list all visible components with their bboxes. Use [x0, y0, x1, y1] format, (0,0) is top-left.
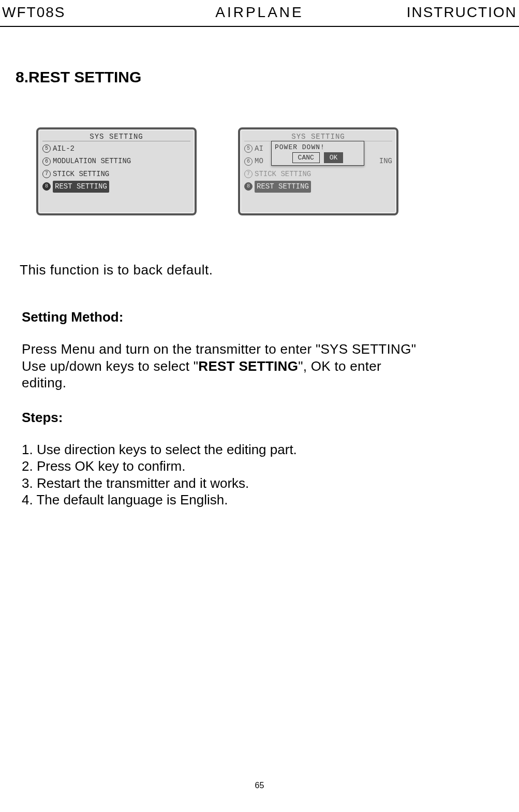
lcd-screenshots: SYS SETTING 5 AIL-2 6 MODULATION SETTING…: [36, 127, 519, 215]
steps-list: 1. Use direction keys to select the edit…: [22, 441, 519, 509]
cancel-button[interactable]: CANC: [292, 152, 320, 163]
lcd1-item-6: 6 MODULATION SETTING: [42, 155, 190, 167]
lcd2-title: SYS SETTING: [244, 133, 392, 141]
power-down-popup: POWER DOWN! CANC OK: [271, 141, 364, 166]
menu-label: STICK SETTING: [255, 168, 311, 180]
menu-number-icon: 6: [244, 157, 253, 166]
menu-number-icon: 5: [244, 144, 253, 153]
function-description: This function is to back default.: [20, 262, 519, 278]
method-text: ", OK to enter: [298, 358, 381, 374]
menu-number-icon: 8: [42, 182, 51, 191]
lcd1-item-5: 5 AIL-2: [42, 142, 190, 155]
step-item: 4. The default language is English.: [22, 491, 519, 509]
lcd2-item-7: 7 STICK SETTING: [244, 168, 392, 180]
popup-title: POWER DOWN!: [275, 143, 361, 151]
setting-method-body: Press Menu and turn on the transmitter t…: [22, 341, 519, 392]
popup-buttons: CANC OK: [275, 152, 361, 163]
method-text: Use up/down keys to select ": [22, 358, 198, 374]
method-line-1: Press Menu and turn on the transmitter t…: [22, 341, 519, 358]
method-bold: REST SETTING: [198, 358, 298, 374]
lcd-screen-2: SYS SETTING 5 AI 6 MO ING 7 STICK SETTIN…: [238, 127, 398, 215]
header-category: AIRPLANE: [215, 4, 304, 21]
step-item: 1. Use direction keys to select the edit…: [22, 441, 519, 458]
lcd1-item-7: 7 STICK SETTING: [42, 168, 190, 180]
method-line-2: Use up/down keys to select "REST SETTING…: [22, 358, 519, 375]
menu-number-icon: 8: [244, 182, 253, 191]
method-line-3: editing.: [22, 374, 519, 392]
menu-number-icon: 5: [42, 144, 51, 153]
menu-number-icon: 6: [42, 157, 51, 166]
menu-label: AIL-2: [53, 143, 75, 154]
menu-label: MO: [255, 155, 263, 167]
lcd1-item-8: 8 REST SETTING: [42, 180, 190, 193]
step-item: 3. Restart the transmitter and it works.: [22, 475, 519, 492]
lcd2-item-8: 8 REST SETTING: [244, 180, 392, 193]
section-title: 8.REST SETTING: [16, 68, 519, 86]
step-item: 2. Press OK key to confirm.: [22, 458, 519, 475]
menu-label-selected: REST SETTING: [255, 181, 311, 192]
menu-label: STICK SETTING: [53, 168, 109, 180]
menu-label: AI: [255, 143, 263, 154]
menu-label-selected: REST SETTING: [53, 181, 109, 192]
menu-label-tail: ING: [379, 155, 392, 167]
ok-button[interactable]: OK: [324, 152, 344, 163]
setting-method-title: Setting Method:: [22, 309, 519, 325]
lcd1-menu: 5 AIL-2 6 MODULATION SETTING 7 STICK SET…: [42, 142, 190, 193]
menu-number-icon: 7: [244, 170, 253, 178]
header-type: INSTRUCTION: [407, 4, 517, 21]
page-number: 65: [255, 781, 264, 790]
header-model: WFT08S: [2, 4, 65, 21]
page-header: WFT08S AIRPLANE INSTRUCTION: [0, 0, 519, 27]
steps-title: Steps:: [22, 410, 519, 426]
lcd-screen-1: SYS SETTING 5 AIL-2 6 MODULATION SETTING…: [36, 127, 197, 215]
menu-number-icon: 7: [42, 170, 51, 178]
menu-label: MODULATION SETTING: [53, 155, 131, 167]
lcd1-title: SYS SETTING: [42, 133, 190, 141]
